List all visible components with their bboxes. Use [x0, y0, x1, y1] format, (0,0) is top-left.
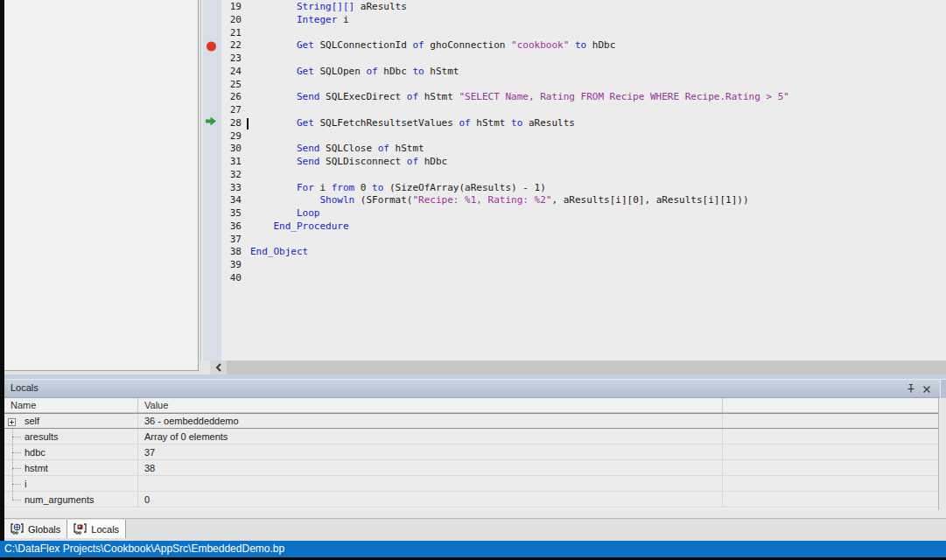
locals-row[interactable]: aresultsArray of 0 elements [4, 429, 938, 444]
variable-name-cell[interactable]: i [4, 476, 138, 491]
gutter-cell[interactable] [203, 169, 221, 182]
locals-row[interactable]: i [4, 476, 938, 492]
code-area[interactable]: 19 String[][] aResults20 Integer i2122 G… [203, 1, 789, 285]
gutter-cell[interactable] [203, 52, 221, 66]
gutter-cell[interactable] [203, 14, 221, 27]
gutter-cell[interactable] [203, 39, 221, 52]
gutter-cell[interactable] [203, 104, 221, 117]
gutter-cell[interactable] [203, 66, 221, 79]
code-text[interactable]: End_Object [250, 246, 308, 259]
column-header-value[interactable]: Value [138, 398, 723, 412]
line-number: 27 [221, 104, 244, 117]
line-number: 39 [221, 259, 244, 272]
code-text[interactable]: Send SQLDisconnect of hDbc [250, 156, 447, 169]
line-number: 28 [221, 117, 244, 130]
code-line[interactable]: 31 Send SQLDisconnect of hDbc [203, 156, 789, 169]
empty-cell [723, 429, 938, 444]
variable-name-cell[interactable]: hdbc [4, 444, 138, 459]
locals-row[interactable]: hdbc37 [4, 444, 938, 460]
gutter-cell[interactable] [203, 259, 221, 272]
variable-value[interactable]: Array of 0 elements [138, 429, 723, 444]
gutter-cell[interactable] [203, 27, 221, 40]
code-text[interactable]: Send SQLExecDirect of hStmt "SELECT Name… [250, 91, 789, 104]
locals-row[interactable]: hstmt38 [4, 460, 938, 476]
tree-expand-button[interactable] [8, 417, 16, 428]
code-text[interactable]: String[][] aResults [250, 1, 407, 14]
code-text[interactable]: Get SQLOpen of hDbc to hStmt [250, 66, 459, 79]
gutter-cell[interactable] [203, 117, 221, 130]
code-line[interactable]: 26 Send SQLExecDirect of hStmt "SELECT N… [203, 91, 789, 104]
gutter-cell[interactable] [203, 79, 221, 92]
code-text[interactable]: Get SQLConnectionId of ghoConnection "co… [250, 39, 615, 52]
code-line[interactable]: 40 [203, 272, 789, 285]
breakpoint-icon[interactable] [207, 41, 216, 51]
code-text[interactable]: Send SQLClose of hStmt [250, 143, 424, 156]
code-line[interactable]: 30 Send SQLClose of hStmt [203, 143, 789, 156]
code-line[interactable]: 21 [203, 27, 789, 40]
code-text[interactable]: Get SQLFetchResultsetValues of hStmt to … [250, 117, 575, 130]
code-text[interactable]: Loop [250, 207, 319, 220]
gutter-cell[interactable] [203, 272, 221, 285]
code-line[interactable]: 39 [203, 259, 789, 272]
horizontal-scrollbar[interactable] [200, 360, 946, 374]
close-button[interactable] [921, 383, 933, 396]
code-text[interactable]: Integer i [250, 14, 349, 27]
code-line[interactable]: 35 Loop [203, 207, 789, 220]
code-line[interactable]: 19 String[][] aResults [203, 1, 789, 14]
gutter-cell[interactable] [203, 143, 221, 156]
variable-name-cell[interactable]: self [4, 414, 138, 428]
code-line[interactable]: 28 Get SQLFetchResultsetValues of hStmt … [203, 117, 789, 130]
variable-value[interactable]: 0 [138, 492, 723, 507]
tree-line [12, 452, 21, 453]
line-number: 31 [221, 156, 244, 169]
column-header-name[interactable]: Name [4, 398, 138, 412]
gutter-cell[interactable] [203, 220, 221, 234]
locals-titlebar[interactable]: Locals [4, 380, 940, 398]
gutter-cell[interactable] [203, 246, 221, 259]
code-editor[interactable]: 19 String[][] aResults20 Integer i2122 G… [200, 0, 946, 360]
variable-name-cell[interactable]: num_arguments [4, 492, 138, 507]
gutter-cell[interactable] [203, 207, 221, 220]
code-line[interactable]: 33 For i from 0 to (SizeOfArray(aResults… [203, 182, 789, 195]
code-line[interactable]: 29 [203, 130, 789, 144]
code-line[interactable]: 25 [203, 79, 789, 92]
tab-globals[interactable]: Globals [4, 520, 67, 538]
variable-value[interactable]: 36 - oembeddeddemo [138, 414, 723, 428]
variable-name-cell[interactable]: aresults [4, 429, 138, 444]
locals-row[interactable]: self36 - oembeddeddemo [4, 413, 938, 429]
code-line[interactable]: 34 Showln (SFormat("Recipe: %1, Rating: … [203, 194, 789, 207]
code-text[interactable]: End_Procedure [250, 220, 349, 234]
code-line[interactable]: 24 Get SQLOpen of hDbc to hStmt [203, 66, 789, 79]
gutter-cell[interactable] [203, 130, 221, 144]
scroll-left-button[interactable] [210, 360, 227, 374]
code-line[interactable]: 20 Integer i [203, 14, 789, 27]
gutter-cell[interactable] [203, 91, 221, 104]
locals-row[interactable]: num_arguments0 [4, 492, 938, 508]
gutter-cell[interactable] [203, 234, 221, 247]
code-line[interactable]: 23 [203, 52, 789, 66]
gutter-cell[interactable] [203, 194, 221, 207]
code-line[interactable]: 38End_Object [203, 246, 789, 259]
variable-value[interactable]: 38 [138, 460, 723, 475]
code-line[interactable]: 37 [203, 234, 789, 247]
code-line[interactable]: 22 Get SQLConnectionId of ghoConnection … [203, 39, 789, 52]
variable-value[interactable]: 37 [138, 444, 723, 459]
variable-name-cell[interactable]: hstmt [4, 460, 138, 475]
code-text[interactable]: For i from 0 to (SizeOfArray(aResults) -… [250, 182, 546, 195]
tree-line [12, 437, 21, 438]
gutter-cell[interactable] [203, 156, 221, 169]
gutter-cell[interactable] [203, 1, 221, 14]
code-line[interactable]: 32 [203, 169, 789, 182]
empty-cell [723, 460, 938, 475]
tab-locals[interactable]: Locals [67, 520, 126, 538]
current-line-arrow-icon [206, 117, 216, 130]
gutter-cell[interactable] [203, 182, 221, 195]
code-text[interactable]: Showln (SFormat("Recipe: %1, Rating: %2"… [250, 194, 749, 207]
code-line[interactable]: 27 [203, 104, 789, 117]
scrollbar-track[interactable] [227, 360, 946, 374]
code-line[interactable]: 36 End_Procedure [203, 220, 789, 234]
variable-value[interactable] [138, 476, 723, 491]
side-panel[interactable] [4, 0, 199, 371]
pin-button[interactable] [905, 383, 917, 396]
line-number: 21 [221, 27, 244, 40]
